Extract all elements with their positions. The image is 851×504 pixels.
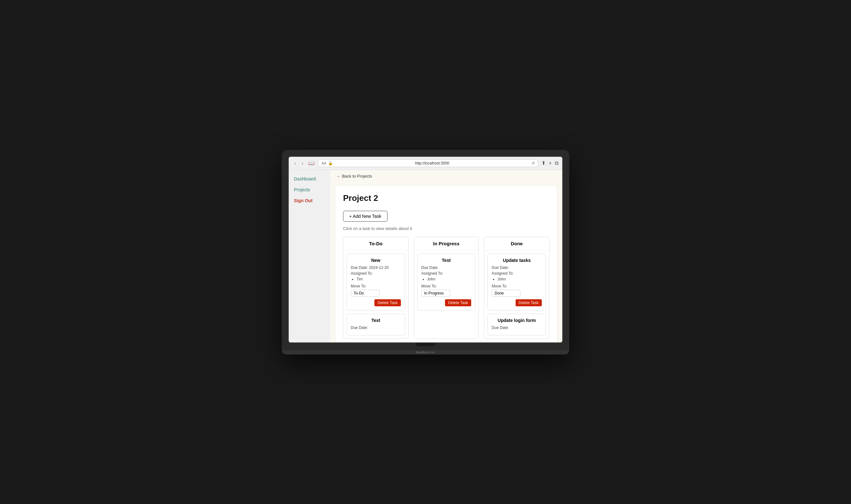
laptop-foot: MacBook Air: [282, 350, 569, 355]
task-due-update-tasks: Due Date:: [492, 265, 542, 270]
address-bar[interactable]: AA 🔒 http://localhost:3000 ↺: [318, 159, 538, 167]
browser-actions: ⬆ + ⧉: [541, 160, 558, 166]
task-name-new: New: [351, 258, 401, 263]
col-header-inprogress: In Progress: [414, 237, 479, 250]
move-to-input-new[interactable]: [351, 290, 380, 297]
main-content: ← Back to Projects Project 2 + Add New T…: [330, 170, 562, 342]
list-item: John: [497, 277, 542, 282]
delete-task-button-test-inprogress[interactable]: Delete Task: [445, 299, 471, 306]
task-assigned-label-test-inprogress: Assigned To:: [421, 271, 471, 276]
laptop-base: [282, 343, 569, 350]
move-to-label-new: Move To:: [351, 284, 401, 288]
col-header-todo: To-Do: [343, 237, 408, 250]
sidebar-item-projects[interactable]: Projects: [294, 187, 325, 192]
kanban-board: To-Do New Due Date: 2024-12-20 Assigned …: [343, 237, 549, 339]
back-to-projects-link[interactable]: ← Back to Projects: [330, 170, 562, 182]
laptop-frame: ‹ › 📖 AA 🔒 http://localhost:3000 ↺ ⬆ + ⧉…: [282, 150, 569, 355]
task-due-new: Due Date: 2024-12-20: [351, 265, 401, 270]
add-new-task-button[interactable]: + Add New Task: [343, 211, 387, 222]
task-assigned-label-new: Assigned To:: [351, 271, 401, 276]
task-assigned-list-new: Tim: [351, 277, 401, 282]
reload-button[interactable]: ↺: [531, 161, 535, 165]
task-name-update-login: Update login form: [492, 318, 542, 323]
task-card-new[interactable]: New Due Date: 2024-12-20 Assigned To: Ti…: [347, 254, 405, 310]
task-assigned-list-test-inprogress: John: [421, 277, 471, 282]
task-assigned-label-update-tasks: Assigned To:: [492, 271, 542, 276]
bookmark-icon: 📖: [308, 160, 315, 166]
app-container: Dashboard Projects Sign Out ← Back to Pr…: [289, 170, 562, 342]
list-item: John: [427, 277, 471, 282]
task-due-update-login: Due Date:: [492, 325, 542, 330]
kanban-col-done: Done Update tasks Due Date: Assigned To:…: [484, 237, 549, 339]
move-to-label-update-tasks: Move To:: [492, 284, 542, 288]
laptop-model-label: MacBook Air: [416, 351, 435, 354]
screen: ‹ › 📖 AA 🔒 http://localhost:3000 ↺ ⬆ + ⧉…: [288, 156, 563, 343]
task-assigned-list-update-tasks: John: [492, 277, 542, 282]
sidebar-item-dashboard[interactable]: Dashboard: [294, 176, 325, 181]
task-hint-text: Click on a task to view details about it: [343, 226, 549, 231]
aa-label: AA: [321, 161, 326, 165]
col-body-inprogress: Test Due Date: Assigned To: John Move To…: [414, 250, 479, 314]
add-tab-icon[interactable]: +: [549, 160, 552, 166]
laptop-notch: [416, 343, 435, 346]
back-button[interactable]: ‹: [293, 160, 298, 166]
col-body-todo: New Due Date: 2024-12-20 Assigned To: Ti…: [343, 250, 408, 339]
back-arrow-icon: ←: [337, 174, 342, 179]
task-card-update-login[interactable]: Update login form Due Date:: [487, 314, 546, 335]
lock-icon: 🔒: [328, 161, 333, 165]
sidebar: Dashboard Projects Sign Out: [289, 170, 330, 342]
task-card-update-tasks[interactable]: Update tasks Due Date: Assigned To: John…: [487, 254, 546, 310]
task-due-test-todo: Due Date:: [351, 325, 401, 330]
url-text: http://localhost:3000: [335, 161, 530, 165]
task-card-test-inprogress[interactable]: Test Due Date: Assigned To: John Move To…: [417, 254, 476, 310]
browser-nav: ‹ ›: [293, 160, 305, 166]
kanban-col-inprogress: In Progress Test Due Date: Assigned To: …: [414, 237, 479, 339]
delete-task-button-new[interactable]: Delete Task: [374, 299, 401, 306]
project-title: Project 2: [343, 193, 549, 203]
col-header-done: Done: [484, 237, 549, 250]
task-name-update-tasks: Update tasks: [492, 258, 542, 263]
back-link-text: Back to Projects: [342, 174, 372, 179]
move-to-label-test-inprogress: Move To:: [421, 284, 471, 288]
browser-bar: ‹ › 📖 AA 🔒 http://localhost:3000 ↺ ⬆ + ⧉: [289, 157, 562, 170]
move-to-input-test-inprogress[interactable]: [421, 290, 450, 297]
kanban-col-todo: To-Do New Due Date: 2024-12-20 Assigned …: [343, 237, 409, 339]
delete-task-button-update-tasks[interactable]: Delete Task: [515, 299, 542, 306]
task-name-test-todo: Test: [351, 318, 401, 323]
sidebar-item-signout[interactable]: Sign Out: [294, 198, 325, 203]
task-name-test-inprogress: Test: [421, 258, 471, 263]
task-due-test-inprogress: Due Date:: [421, 265, 471, 270]
move-to-input-update-tasks[interactable]: [492, 290, 520, 297]
col-body-done: Update tasks Due Date: Assigned To: John…: [484, 250, 549, 339]
tabs-icon[interactable]: ⧉: [555, 160, 558, 166]
share-icon[interactable]: ⬆: [541, 160, 546, 166]
task-card-test-todo[interactable]: Test Due Date:: [347, 314, 405, 335]
forward-button[interactable]: ›: [300, 160, 305, 166]
project-area: Project 2 + Add New Task Click on a task…: [336, 185, 557, 342]
list-item: Tim: [357, 277, 401, 282]
